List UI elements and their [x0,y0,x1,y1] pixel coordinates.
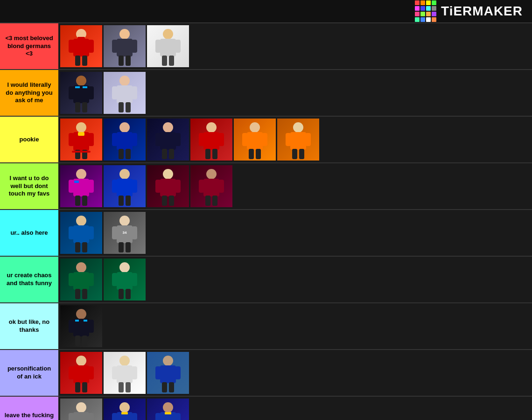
svg-rect-2 [69,40,74,53]
svg-rect-161 [126,382,131,392]
svg-rect-114 [88,226,94,239]
tier-label-7: personification of an ick [0,350,58,396]
svg-rect-73 [256,149,261,159]
svg-point-162 [121,356,128,364]
svg-rect-69 [247,132,263,150]
svg-rect-180 [112,413,118,420]
driver-card [104,352,146,394]
svg-rect-158 [112,366,118,379]
tier-label-3: I want u to do well but dont touch my fa… [0,163,58,209]
svg-point-124 [121,216,128,224]
driver-card [104,72,146,114]
svg-rect-116 [82,242,87,252]
svg-point-30 [77,76,85,84]
svg-rect-27 [88,86,94,99]
svg-point-53 [121,123,128,130]
svg-rect-105 [203,179,219,196]
svg-rect-72 [249,149,254,159]
svg-rect-57 [175,133,181,146]
driver-card [104,165,146,207]
tier-label-1: I would literally do anything you ask of… [0,70,58,116]
logo-cell [420,17,425,22]
driver-card [147,119,189,161]
tier-label-4: ur.. also here [0,210,58,256]
svg-rect-28 [75,102,80,112]
driver-card [190,119,232,161]
svg-rect-78 [305,133,311,146]
svg-rect-138 [126,289,131,299]
driver-card [60,259,102,301]
svg-rect-33 [112,86,118,99]
svg-rect-88 [82,196,87,206]
svg-point-81 [294,123,302,130]
tier-list: <3 most beloved blond germans <3 [0,23,532,420]
driver-card: 34 [104,212,146,254]
logo-cell [420,12,425,16]
svg-rect-41 [69,133,74,146]
svg-rect-62 [203,132,219,150]
tier-items-3 [58,163,532,209]
svg-rect-120 [112,226,118,239]
tier-row-7: personification of an ick [0,350,532,397]
tier-row-3: I want u to do well but dont touch my fa… [0,163,532,210]
svg-point-60 [164,123,172,130]
driver-card [60,212,102,254]
logo-cell [415,12,420,16]
svg-rect-108 [205,196,210,206]
svg-text:34: 34 [123,231,127,235]
logo-cell [432,12,436,16]
svg-rect-91 [117,179,133,196]
tier-row-0: <3 most beloved blond germans <3 [0,23,532,70]
driver-card [147,165,189,207]
svg-rect-157 [117,365,133,383]
svg-rect-71 [262,133,267,146]
svg-rect-145 [88,320,94,333]
svg-rect-87 [75,196,80,206]
svg-rect-164 [160,365,176,383]
svg-point-89 [77,169,85,177]
svg-rect-19 [162,56,167,66]
svg-rect-165 [155,366,161,379]
tier-row-6: ok but like, no thanks [0,303,532,350]
svg-rect-98 [160,179,176,196]
tier-items-5 [58,257,532,302]
svg-rect-142 [75,320,79,322]
svg-point-148 [77,309,85,317]
svg-point-103 [164,169,172,177]
svg-rect-18 [175,40,181,53]
svg-rect-85 [69,180,74,193]
tier-label-0: <3 most beloved blond germans <3 [0,23,58,69]
svg-rect-115 [75,242,80,252]
driver-card [104,119,146,161]
svg-rect-172 [69,413,74,420]
svg-rect-146 [75,336,80,346]
svg-rect-46 [72,151,91,153]
svg-rect-101 [162,196,167,206]
svg-rect-121 [132,226,137,239]
logo-cell [426,0,431,5]
app-header: TiERMAKER [0,0,532,23]
logo-cell [426,6,431,11]
svg-rect-107 [218,180,224,193]
svg-rect-93 [132,180,137,193]
svg-rect-131 [82,289,87,299]
svg-rect-143 [84,320,87,322]
svg-rect-99 [155,180,161,193]
logo-cell [426,17,431,22]
tiermaker-logo: TiERMAKER [415,0,523,22]
svg-rect-129 [88,273,94,286]
svg-point-67 [208,123,215,130]
logo-grid-icon [415,0,436,22]
tier-items-0 [58,23,532,69]
svg-rect-127 [73,272,89,290]
svg-rect-136 [132,273,137,286]
svg-rect-112 [73,225,89,243]
svg-rect-137 [119,289,124,299]
driver-card [277,119,319,161]
svg-rect-55 [160,132,176,150]
svg-rect-188 [155,413,161,420]
driver-card [147,399,189,420]
svg-rect-9 [117,39,133,56]
svg-rect-34 [132,86,137,99]
svg-rect-42 [88,133,94,146]
